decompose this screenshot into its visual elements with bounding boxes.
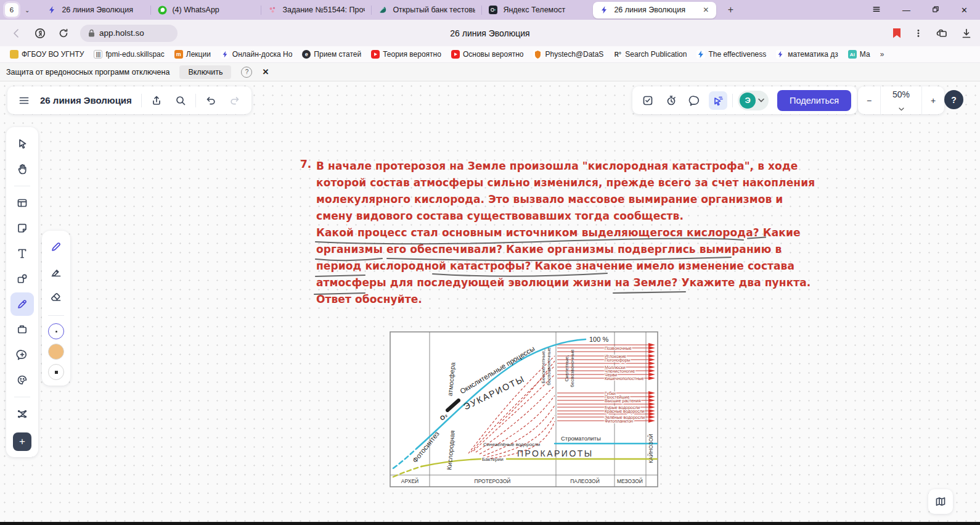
mindmap-tool[interactable] [10, 402, 34, 426]
bookmark-item[interactable]: m Лекции [169, 50, 216, 59]
add-comment-tool[interactable] [10, 343, 34, 366]
phystech-favicon [533, 50, 542, 59]
more-options-icon[interactable] [913, 27, 923, 39]
bank-favicon [378, 5, 388, 15]
bookmark-item[interactable]: Основы вероятно [446, 50, 529, 59]
tab-zadanie[interactable]: Задание №51544: Прочит [261, 0, 371, 20]
tab-bank[interactable]: Открытый банк тестовых [372, 0, 481, 20]
window-minimize-button[interactable]: — [902, 6, 910, 15]
whiteboard-canvas[interactable]: 26 линия Эволюция Э Поделиться − [0, 81, 980, 522]
search-icon[interactable] [171, 91, 190, 110]
text-tool[interactable] [10, 242, 34, 265]
frame-tool[interactable] [10, 191, 34, 215]
stroke-size-medium[interactable] [48, 364, 64, 380]
pen-option-eraser[interactable] [46, 287, 67, 308]
skeletal-invertebrates-label: Скелетные, [564, 355, 570, 382]
tab-telemost[interactable]: Яндекс Телемост [482, 0, 592, 20]
tab-counter[interactable]: 6 [5, 3, 18, 17]
enable-protection-button[interactable]: Включить [179, 65, 231, 79]
bookmarks-overflow[interactable]: » [875, 50, 889, 59]
ai-favicon: Ai [848, 50, 857, 59]
stroke-size-small[interactable] [48, 323, 64, 339]
pen-tool[interactable] [10, 292, 34, 316]
bookmark-item[interactable]: Phystech@DataS [528, 50, 608, 59]
comments-icon[interactable] [685, 91, 704, 110]
prokaryotes-label: ПРОКАРИОТЫ [517, 449, 594, 458]
bookmark-item[interactable]: ||| fpmi-edu.skillspac [89, 50, 169, 59]
zoom-level[interactable]: 50% [880, 86, 922, 114]
map-icon [934, 495, 947, 508]
select-tool[interactable] [10, 132, 34, 155]
bookmark-item[interactable]: Ai Ма [843, 50, 875, 59]
bookmark-item[interactable]: R° Search Publication [608, 50, 692, 59]
bookmark-item[interactable]: ФГБОУ ВО УГНТУ [5, 50, 89, 59]
checklist-icon[interactable] [639, 91, 657, 110]
sticky-note-tool[interactable] [10, 217, 34, 240]
text-line: смену видового состава существовавших то… [316, 208, 815, 225]
timer-icon[interactable] [662, 91, 680, 110]
telemost-favicon [488, 5, 498, 15]
browser-nav-bar: 26 линия Эволюция app.holst.so [0, 20, 980, 46]
zoom-in-button[interactable]: + [922, 86, 944, 114]
bookmark-item[interactable]: Онлайн-доска Но [216, 50, 298, 59]
soft-invertebrates-label: Бесскелетные, [541, 350, 546, 384]
clipboard-tool[interactable] [10, 318, 34, 341]
stroke-color-swatch[interactable] [48, 344, 64, 360]
undo-icon[interactable] [202, 91, 220, 110]
refresh-button[interactable] [54, 24, 73, 43]
warning-help-icon[interactable]: ? [241, 67, 252, 78]
tab-close-icon[interactable]: ✕ [701, 6, 710, 14]
board-toolbar: 26 линия Эволюция [7, 86, 251, 114]
browser-tab-bar: 6 ⌄ 26 линия Эволюция (4) WhatsApp Задан… [0, 0, 980, 20]
board-menu-icon[interactable] [15, 91, 33, 110]
lock-icon [88, 29, 95, 37]
taxon-label: Погонофоры [605, 358, 631, 363]
oxygen-100-label: 100 % [589, 336, 608, 343]
add-tool-button[interactable]: + [13, 432, 31, 451]
youtube-favicon [451, 50, 460, 59]
zoom-control: − 50% + [858, 86, 944, 114]
redo-icon[interactable] [226, 91, 244, 110]
back-button[interactable] [7, 24, 26, 43]
taxon-label: Кишечнополостные [605, 376, 644, 381]
bookmark-flag-icon[interactable] [892, 28, 901, 38]
chevron-down-icon [758, 98, 764, 102]
bookmark-item[interactable]: The effectiveness [692, 50, 771, 59]
laser-pointer-icon[interactable] [709, 91, 727, 110]
window-restore-button[interactable] [931, 5, 940, 15]
bookmark-item[interactable]: Теория вероятно [366, 50, 446, 59]
bookmark-item[interactable]: математика дз [771, 50, 843, 59]
tab-holst-active[interactable]: 26 линия Эволюция ✕ [593, 2, 716, 19]
svg-text:беспозвоночные: беспозвоночные [546, 347, 552, 386]
svg-text:беспозвоночные: беспозвоночные [570, 349, 575, 387]
chevron-down-icon [899, 107, 904, 111]
shapes-tool[interactable] [10, 267, 34, 291]
sticker-tool[interactable] [10, 368, 34, 392]
holst-favicon [47, 5, 57, 15]
zoom-out-button[interactable]: − [858, 86, 880, 114]
yandex-home-button[interactable] [31, 24, 49, 43]
minimap-button[interactable] [928, 489, 953, 514]
new-tab-button[interactable]: + [724, 3, 737, 17]
bookmarks-bar: ФГБОУ ВО УГНТУ ||| fpmi-edu.skillspac m … [0, 46, 980, 63]
window-close-button[interactable]: ✕ [961, 6, 968, 15]
address-bar[interactable]: app.holst.so [80, 25, 178, 42]
pen-option-pen[interactable] [46, 236, 67, 257]
browser-menu-icon[interactable] [872, 4, 881, 16]
collections-icon[interactable] [936, 27, 948, 39]
help-button[interactable]: ? [944, 90, 963, 109]
researchgate-favicon: R° [613, 50, 622, 59]
account-menu[interactable]: Э [738, 91, 769, 110]
tab-whatsapp[interactable]: (4) WhatsApp [151, 0, 261, 20]
tab-list-chevron-icon[interactable]: ⌄ [25, 7, 30, 14]
hand-tool[interactable] [10, 157, 34, 181]
ugntu-favicon [10, 50, 18, 59]
holst-favicon [599, 5, 609, 15]
pen-option-highlighter[interactable] [46, 262, 67, 283]
tab-holst-1[interactable]: 26 линия Эволюция [41, 0, 150, 20]
bookmark-item[interactable]: e Прием статей [297, 50, 366, 59]
download-icon[interactable] [960, 27, 973, 39]
export-icon[interactable] [147, 91, 166, 110]
share-button[interactable]: Поделиться [777, 90, 851, 111]
warning-close-icon[interactable]: ✕ [262, 67, 269, 76]
